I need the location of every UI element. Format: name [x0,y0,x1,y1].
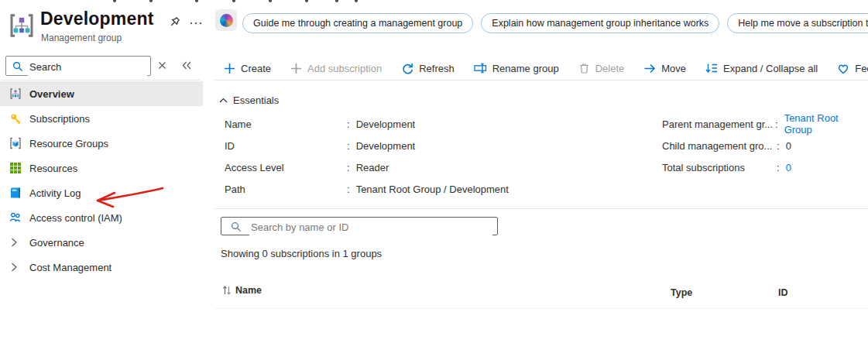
column-header-type[interactable]: Type [671,287,692,298]
close-icon[interactable] [158,61,166,70]
column-header-name[interactable]: Name [222,285,262,296]
sidebar-item-cost-management[interactable]: Cost Management [0,255,203,280]
copilot-button[interactable] [215,9,237,31]
ellipsis-icon[interactable] [189,21,203,26]
parent-group-link[interactable]: Tenant Root Group [784,112,868,136]
expand-collapse-all-button[interactable]: Expand / Collapse all [705,62,818,74]
people-icon [9,211,22,224]
sidebar-item-resource-groups[interactable]: Resource Groups [0,131,203,156]
sidebar-item-subscriptions[interactable]: Subscriptions [0,106,203,131]
page-subtitle: Management group [41,33,122,43]
sidebar-item-resources[interactable]: Resources [0,156,203,180]
sidebar-item-label: Subscriptions [29,113,90,125]
separator: : [775,118,778,130]
toolbar-label: Feedback [855,63,868,74]
move-button[interactable]: Move [643,63,686,74]
text-speck [149,0,153,2]
sidebar-item-governance[interactable]: Governance [0,230,203,255]
separator: : [777,140,780,152]
text-speck [232,0,235,2]
column-header-id[interactable]: ID [778,287,788,298]
sidebar-search-input[interactable] [28,57,147,76]
field-value: Tenant Root Group / Development [356,184,509,195]
field-value: Development [356,118,416,130]
search-icon [231,221,242,232]
separator: : [777,162,780,173]
text-speck [335,0,338,2]
management-group-icon [8,12,36,39]
essential-row-name: Name : Development [225,113,509,135]
sidebar-item-activity-log[interactable]: Activity Log [0,180,203,205]
sort-arrows-icon [222,285,232,296]
toolbar-label: Refresh [419,63,455,74]
management-group-icon [9,88,22,100]
toolbar-label: Add subscription [307,63,382,74]
pin-icon[interactable] [167,15,181,29]
subscription-count-summary: Showing 0 subscriptions in 1 groups [221,248,382,259]
trash-icon [578,62,590,74]
rename-group-button[interactable]: Rename group [474,62,559,74]
separator: : [347,118,350,130]
field-value: Development [356,140,416,152]
double-chevron-left-icon[interactable] [182,61,192,70]
total-subscriptions-link[interactable]: 0 [786,162,791,173]
essentials-right-column: Parent management gr... : Tenant Root Gr… [662,113,868,178]
sidebar-item-label: Cost Management [29,262,112,273]
field-label: Name [225,118,347,130]
essential-row-id: ID : Development [225,135,509,156]
essentials-divider [214,208,868,209]
copilot-suggestion-pill[interactable]: Explain how management group inheritance… [481,13,719,33]
sidebar-search-box[interactable] [5,56,151,76]
text-speck [355,0,358,2]
sidebar-item-label: Resources [29,163,77,174]
copilot-icon [220,14,233,27]
text-speck [305,0,308,2]
toolbar-label: Move [661,63,686,74]
rename-icon [474,62,487,74]
page-title: Development [40,9,154,29]
field-label: Child management gro... [662,140,777,152]
subscription-search-input[interactable] [249,218,492,235]
add-subscription-button[interactable]: Add subscription [290,63,382,74]
sidebar-menu: Overview Subscriptions Resource Groups R… [0,81,203,280]
field-label: ID [225,140,347,152]
chevron-right-icon [11,262,18,272]
text-speck [269,0,272,2]
separator: : [347,140,350,152]
essential-row-child-management-groups: Child management gro... : 0 [662,135,868,156]
toolbar-label: Expand / Collapse all [723,63,818,74]
copilot-suggestion-pill[interactable]: Guide me through creating a management g… [242,13,473,33]
feedback-button[interactable]: Feedback [837,63,868,74]
delete-button[interactable]: Delete [578,62,625,74]
toolbar-label: Delete [595,63,625,74]
chevron-right-icon [11,238,18,247]
sidebar-item-access-control-iam[interactable]: Access control (IAM) [0,205,203,230]
azure-portal-management-group-page: { "header": { "title": "Development", "s… [0,0,868,350]
grid-icon [9,162,22,174]
text-speck [195,0,198,2]
field-label: Access Level [225,162,347,173]
plus-icon [224,63,235,74]
sidebar-item-label: Activity Log [29,187,81,199]
field-label: Total subscriptions [662,162,777,173]
copilot-suggestion-pill[interactable]: Help me move a subscription to a [727,13,868,33]
sidebar-item-label: Access control (IAM) [29,212,122,224]
copilot-suggestions: Guide me through creating a management g… [242,13,868,33]
separator: : [347,162,350,173]
essentials-toggle[interactable]: Essentials [219,94,279,106]
essential-row-total-subscriptions: Total subscriptions : 0 [662,156,868,178]
expand-collapse-icon [705,62,718,74]
field-label: Parent management gr... [662,118,775,130]
chevron-up-icon [219,98,228,103]
subscription-search-box[interactable] [221,217,498,235]
essential-row-parent-management-group: Parent management gr... : Tenant Root Gr… [662,113,868,135]
log-book-icon [9,187,22,199]
create-button[interactable]: Create [224,63,271,74]
essential-row-access-level: Access Level : Reader [225,156,509,178]
sidebar-item-overview[interactable]: Overview [0,81,203,106]
refresh-button[interactable]: Refresh [401,62,455,74]
toolbar-label: Create [241,63,271,74]
column-label: Name [235,285,262,296]
table-header-divider [214,308,868,309]
key-icon [9,112,22,125]
